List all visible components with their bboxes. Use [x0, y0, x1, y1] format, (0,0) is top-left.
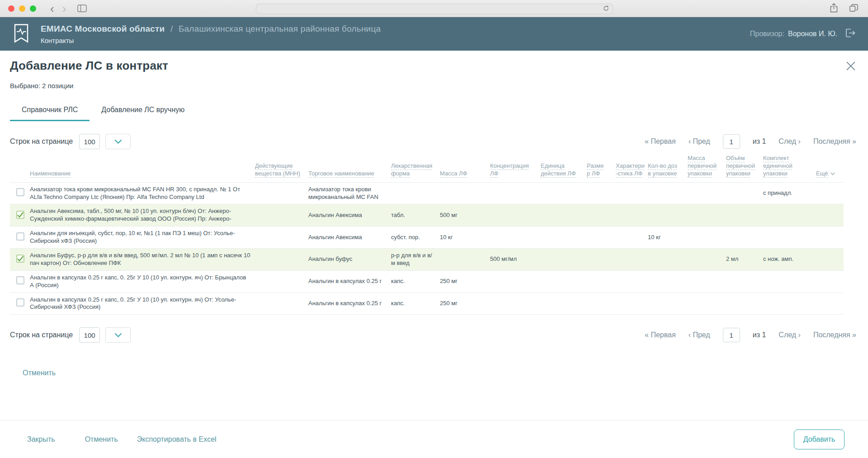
- table-row[interactable]: Анализатор тока крови микроканальный MC …: [10, 182, 844, 204]
- rows-per-page-input[interactable]: [79, 134, 100, 149]
- rows-per-page-dropdown[interactable]: [105, 327, 131, 343]
- cell-concentration: 500 мг/мл: [490, 249, 541, 271]
- col-mass[interactable]: Масса ЛФ: [440, 155, 490, 182]
- first-page-button[interactable]: « Первая: [645, 137, 676, 146]
- cell-doses: [648, 249, 688, 271]
- cell-primary-volume: [726, 204, 763, 227]
- cell-name: Анальгин Буфус, р-р для в/в и в/м введ, …: [30, 249, 255, 271]
- next-page-button[interactable]: След ›: [778, 137, 801, 146]
- cancel-link[interactable]: Отменить: [23, 369, 56, 377]
- row-checkbox[interactable]: [16, 188, 24, 196]
- row-checkbox[interactable]: [16, 211, 24, 219]
- col-characteristic[interactable]: Характери -стика ЛФ: [616, 155, 648, 182]
- cell-primary-mass: [688, 293, 726, 315]
- bottom-toolbar: Строк на странице « Первая ‹ Пред из 1 С…: [10, 327, 856, 343]
- page-number-input[interactable]: [723, 328, 740, 342]
- rows-per-page-input[interactable]: [79, 327, 100, 343]
- table-header-row: Наименование Действующие вещества (МНН) …: [10, 155, 844, 182]
- cell-name: Анализатор тока крови микроканальный MC …: [30, 182, 255, 204]
- cell-more: [816, 227, 844, 249]
- cell-concentration: [490, 227, 541, 249]
- col-dosage-form[interactable]: Лекарственная форма: [391, 155, 440, 182]
- share-icon[interactable]: [830, 3, 838, 14]
- last-page-button[interactable]: Последняя »: [813, 331, 856, 339]
- last-page-button[interactable]: Последняя »: [813, 137, 856, 146]
- prev-page-button[interactable]: ‹ Пред: [689, 137, 710, 146]
- address-bar[interactable]: [256, 4, 613, 14]
- user-name: Воронов И. Ю.: [788, 30, 837, 38]
- cancel-button[interactable]: Отменить: [85, 435, 118, 444]
- table-row[interactable]: Анальгин Буфус, р-р для в/в и в/м введ, …: [10, 249, 844, 271]
- title-divider: /: [170, 24, 173, 33]
- tab-manual-add[interactable]: Добавление ЛС вручную: [90, 100, 196, 121]
- cell-form: субст. пор.: [391, 227, 440, 249]
- col-mnn[interactable]: Действующие вещества (МНН): [255, 155, 308, 182]
- cell-kit: [763, 227, 816, 249]
- prev-page-button[interactable]: ‹ Пред: [689, 331, 710, 339]
- back-button[interactable]: ‹: [50, 3, 54, 14]
- close-button[interactable]: Закрыть: [27, 435, 55, 444]
- cell-trade: Анальгин в капсулах 0.25 г: [308, 270, 391, 293]
- cell-kit: с нож. амп.: [763, 249, 816, 271]
- tab-overview-icon[interactable]: [849, 4, 858, 14]
- col-action-unit[interactable]: Единица действия ЛФ: [541, 155, 587, 182]
- add-button[interactable]: Добавить: [794, 430, 844, 449]
- col-unit-pack-kit[interactable]: Комплект единичной упаковки: [763, 155, 816, 182]
- cell-name: Анальгин для инъекций, субст, пор, 10 кг…: [30, 227, 255, 249]
- user-area: Провизор: Воронов И. Ю.: [750, 28, 856, 40]
- row-checkbox[interactable]: [16, 298, 24, 307]
- tab-rls-directory[interactable]: Справочник РЛС: [10, 100, 90, 121]
- cell-action-unit: [541, 182, 587, 204]
- close-window-button[interactable]: [8, 5, 14, 12]
- check-icon: [17, 212, 24, 218]
- cell-mnn: [255, 249, 308, 271]
- browser-chrome: ‹ ›: [0, 0, 868, 17]
- row-checkbox[interactable]: [16, 232, 24, 241]
- pager-bottom: « Первая ‹ Пред из 1 След › Последняя »: [645, 328, 856, 342]
- col-primary-pack-volume[interactable]: Объём первичной упаковки: [726, 155, 763, 182]
- cell-action-unit: [541, 204, 587, 227]
- minimize-window-button[interactable]: [19, 5, 25, 12]
- col-name[interactable]: Наименование: [30, 155, 255, 182]
- cell-doses: [648, 293, 688, 315]
- cell-kit: с принадл.: [763, 182, 816, 204]
- cell-characteristic: [616, 293, 648, 315]
- reload-icon[interactable]: [603, 5, 609, 13]
- table-row[interactable]: Анальгин в капсулах 0.25 г капс, 0. 25г …: [10, 293, 844, 315]
- pager-top: « Первая ‹ Пред из 1 След › Последняя »: [645, 134, 856, 149]
- col-trade-name[interactable]: Торговое наименование: [308, 155, 391, 182]
- col-size[interactable]: Разме р ЛФ: [587, 155, 616, 182]
- logout-icon[interactable]: [844, 28, 856, 40]
- sidebar-toggle-icon[interactable]: [77, 5, 87, 12]
- row-checkbox[interactable]: [16, 276, 24, 284]
- first-page-button[interactable]: « Первая: [645, 331, 676, 339]
- col-primary-pack-mass[interactable]: Масса первичной упаковки: [688, 155, 726, 182]
- cell-form: [391, 182, 440, 204]
- chevron-down-icon: [830, 170, 835, 177]
- cell-primary-mass: [688, 182, 726, 204]
- fullscreen-window-button[interactable]: [30, 5, 36, 12]
- cell-mass: 10 кг: [440, 227, 490, 249]
- cell-concentration: [490, 204, 541, 227]
- cell-primary-mass: [688, 249, 726, 271]
- cell-action-unit: [541, 270, 587, 293]
- col-concentration[interactable]: Концентрация ЛФ: [490, 155, 541, 182]
- table-row[interactable]: Анальгин для инъекций, субст, пор, 10 кг…: [10, 227, 844, 249]
- rows-per-page-label: Строк на странице: [10, 331, 73, 339]
- col-more[interactable]: Ещё: [816, 155, 844, 182]
- page-number-input[interactable]: [723, 134, 740, 149]
- export-excel-button[interactable]: Экспортировать в Excel: [137, 435, 217, 444]
- forward-button[interactable]: ›: [62, 3, 66, 14]
- table-row[interactable]: Анальгин в капсулах 0.25 г капс, 0. 25г …: [10, 270, 844, 293]
- rows-per-page-label: Строк на странице: [10, 137, 73, 146]
- top-toolbar: Строк на странице « Первая ‹ Пред из 1 С…: [10, 134, 856, 149]
- col-doses-per-pack[interactable]: Кол-во доз в упаковке: [648, 155, 688, 182]
- table-row[interactable]: Анальгин Авексима, табл., 500 мг, № 10 (…: [10, 204, 844, 227]
- cell-primary-volume: [726, 293, 763, 315]
- cell-kit: [763, 293, 816, 315]
- rows-per-page-dropdown[interactable]: [105, 134, 131, 149]
- next-page-button[interactable]: След ›: [778, 331, 801, 339]
- row-checkbox[interactable]: [16, 255, 24, 263]
- close-icon[interactable]: [845, 61, 856, 71]
- cell-trade: Анальгин Авексима: [308, 227, 391, 249]
